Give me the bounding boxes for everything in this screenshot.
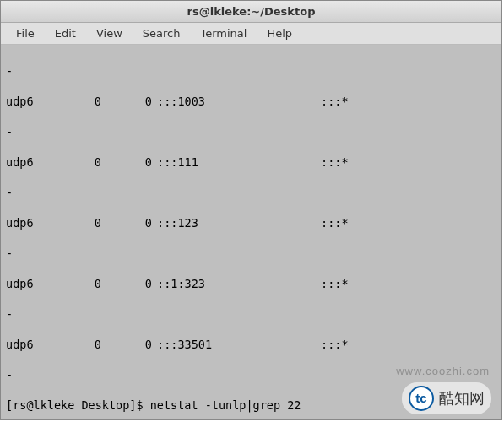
prompt: [rs@lkleke Desktop]$ — [6, 398, 150, 412]
terminal-window: rs@lkleke:~/Desktop File Edit View Searc… — [0, 0, 502, 420]
titlebar: rs@lkleke:~/Desktop — [1, 1, 501, 23]
logo-text: 酷知网 — [439, 391, 485, 406]
net-row: udp600:::33501:::* — [6, 337, 496, 352]
dash: - — [6, 246, 13, 260]
menu-file[interactable]: File — [8, 25, 43, 41]
dash: - — [6, 125, 13, 138]
menubar: File Edit View Search Terminal Help — [1, 23, 501, 45]
site-logo: tc 酷知网 — [402, 382, 491, 414]
net-row: udp600:::123:::* — [6, 215, 496, 230]
dash: - — [6, 307, 13, 321]
terminal-output[interactable]: - udp600:::1003:::* - udp600:::111:::* -… — [1, 45, 501, 419]
cmd-netstat: netstat -tunlp|grep 22 — [150, 398, 301, 412]
menu-search[interactable]: Search — [134, 25, 189, 41]
menu-view[interactable]: View — [88, 25, 131, 41]
logo-badge-icon: tc — [409, 386, 434, 411]
dash: - — [6, 368, 13, 381]
window-title: rs@lkleke:~/Desktop — [187, 5, 316, 18]
dash: - — [6, 186, 13, 199]
menu-edit[interactable]: Edit — [46, 25, 84, 41]
dash: - — [6, 64, 13, 78]
net-row: udp600:::111:::* — [6, 154, 496, 170]
menu-help[interactable]: Help — [258, 25, 301, 41]
watermark: www.coozhi.com — [396, 364, 490, 379]
menu-terminal[interactable]: Terminal — [192, 25, 255, 41]
net-row: udp600:::1003:::* — [6, 94, 496, 109]
net-row: udp600::1:323:::* — [6, 276, 496, 291]
